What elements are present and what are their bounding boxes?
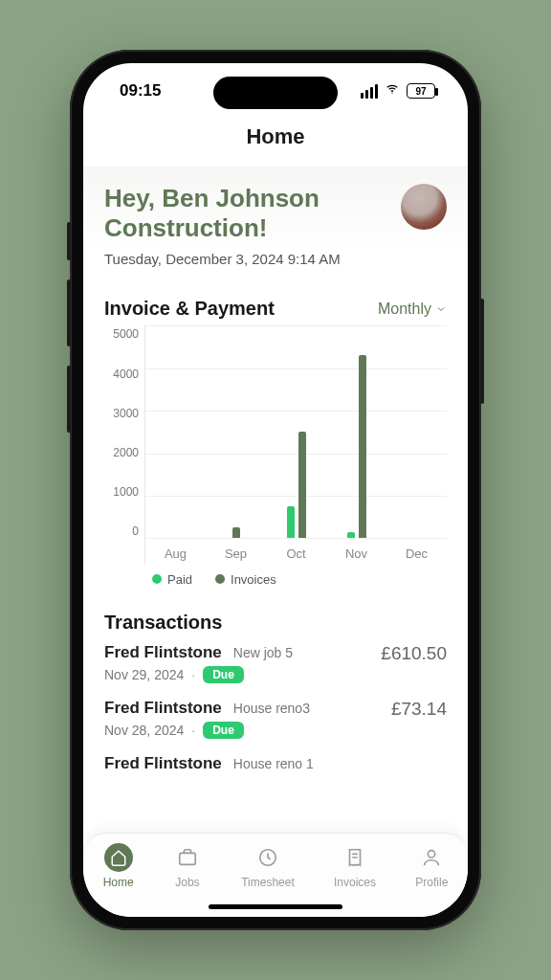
transaction-info: Fred Flintstone New job 5 Nov 29, 2024 ·…: [104, 643, 293, 683]
content: Hey, Ben Johnson Construction! Tuesday, …: [83, 167, 468, 836]
greeting-datetime: Tuesday, December 3, 2024 9:14 AM: [104, 251, 372, 267]
svg-point-3: [429, 851, 435, 858]
cellular-icon: [361, 84, 378, 99]
transaction-info: Fred Flintstone House reno3 Nov 28, 2024…: [104, 699, 310, 739]
wifi-icon: [384, 81, 401, 100]
status-badge: Due: [203, 722, 244, 739]
phone-frame: 09:15 97 Home Hey, Ben Johnson Construct…: [70, 50, 481, 930]
transaction-info: Fred Flintstone House reno 1: [104, 754, 314, 773]
side-button: [67, 366, 71, 433]
bar-invoices: [232, 527, 240, 538]
home-icon: [104, 843, 133, 872]
status-indicators: 97: [361, 81, 435, 100]
nav-item-profile[interactable]: Profile: [415, 843, 448, 889]
nav-label: Profile: [415, 876, 448, 889]
nav-label: Invoices: [334, 876, 376, 889]
transaction-amount: £73.14: [391, 699, 447, 720]
chart-column: [206, 325, 266, 538]
battery-icon: 97: [407, 83, 435, 99]
svg-point-0: [391, 93, 392, 94]
home-indicator[interactable]: [209, 904, 342, 909]
nav-label: Home: [103, 876, 134, 889]
transaction-row[interactable]: Fred Flintstone House reno 1: [104, 754, 447, 773]
period-select[interactable]: Monthly: [378, 301, 447, 318]
timesheet-icon: [253, 843, 282, 872]
chart-column: [145, 325, 206, 538]
greeting-text: Hey, Ben Johnson Construction!: [104, 184, 372, 243]
chart-y-axis: 500040003000200010000: [104, 325, 144, 565]
bar-invoices: [359, 355, 366, 538]
nav-label: Timesheet: [241, 876, 295, 889]
x-label: Nov: [326, 546, 386, 561]
screen: 09:15 97 Home Hey, Ben Johnson Construct…: [83, 63, 468, 917]
notch: [213, 77, 338, 109]
transaction-job: New job 5: [233, 645, 293, 660]
chart-section-title: Invoice & Payment: [104, 298, 275, 320]
transaction-amount: £610.50: [381, 643, 447, 664]
greeting-block: Hey, Ben Johnson Construction! Tuesday, …: [104, 184, 372, 267]
bar-paid: [287, 506, 295, 538]
status-time: 09:15: [120, 81, 161, 100]
legend-paid: Paid: [152, 572, 192, 587]
transaction-job: House reno3: [233, 701, 310, 716]
nav-item-jobs[interactable]: Jobs: [173, 843, 202, 889]
avatar[interactable]: [401, 184, 447, 230]
chart-column: [386, 325, 447, 538]
transactions-list: Fred Flintstone New job 5 Nov 29, 2024 ·…: [104, 643, 447, 773]
bar-paid: [347, 532, 355, 539]
profile-icon: [417, 843, 446, 872]
transaction-name: Fred Flintstone: [104, 754, 222, 773]
bar-invoices: [298, 432, 306, 538]
chart-section-head: Invoice & Payment Monthly: [104, 298, 447, 320]
page-title: Home: [83, 119, 468, 167]
chart-plot: AugSepOctNovDec: [144, 325, 447, 565]
chart-x-axis: AugSepOctNovDec: [145, 546, 447, 561]
nav-item-invoices[interactable]: Invoices: [334, 843, 376, 889]
x-label: Dec: [386, 546, 447, 561]
period-label: Monthly: [378, 301, 431, 318]
transaction-name: Fred Flintstone: [104, 643, 222, 662]
svg-rect-1: [180, 853, 196, 864]
nav-label: Jobs: [175, 876, 199, 889]
chart-columns: [145, 325, 447, 538]
transaction-row[interactable]: Fred Flintstone House reno3 Nov 28, 2024…: [104, 699, 447, 739]
transaction-date: Nov 29, 2024: [104, 667, 184, 682]
nav-item-home[interactable]: Home: [103, 843, 134, 889]
jobs-icon: [173, 843, 202, 872]
legend-invoices: Invoices: [215, 572, 276, 587]
x-label: Aug: [145, 546, 206, 561]
transactions-title: Transactions: [104, 612, 447, 634]
transaction-job: House reno 1: [233, 756, 314, 771]
greeting-row: Hey, Ben Johnson Construction! Tuesday, …: [104, 167, 447, 267]
x-label: Sep: [206, 546, 266, 561]
chart-column: [326, 325, 386, 538]
chevron-down-icon: [435, 303, 447, 315]
side-button: [67, 279, 71, 346]
x-label: Oct: [266, 546, 326, 561]
chart: 500040003000200010000 AugSepOctNovDec: [104, 325, 447, 565]
status-badge: Due: [203, 666, 244, 683]
chart-legend: Paid Invoices: [104, 565, 447, 587]
nav-item-timesheet[interactable]: Timesheet: [241, 843, 295, 889]
side-button: [480, 299, 484, 404]
transaction-date: Nov 28, 2024: [104, 723, 184, 738]
transaction-name: Fred Flintstone: [104, 699, 222, 718]
transaction-row[interactable]: Fred Flintstone New job 5 Nov 29, 2024 ·…: [104, 643, 447, 683]
chart-column: [266, 325, 326, 538]
invoices-icon: [341, 843, 369, 872]
side-button: [67, 222, 71, 260]
